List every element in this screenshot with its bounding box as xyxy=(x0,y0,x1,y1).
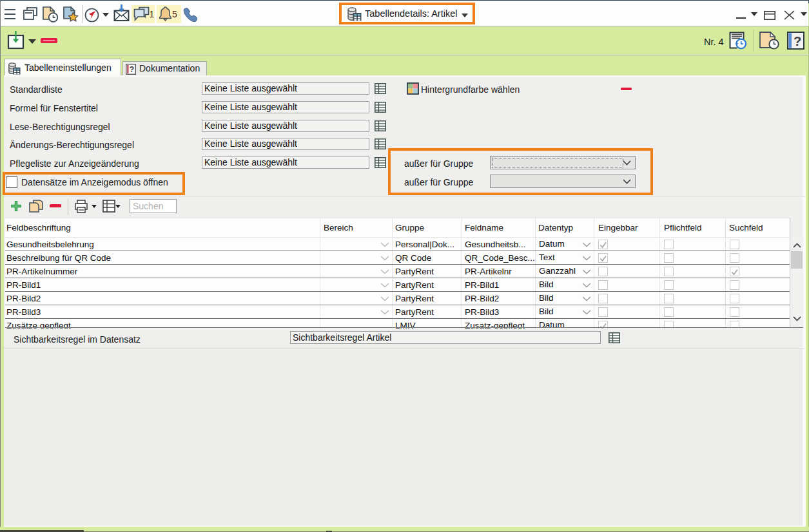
svg-text:?: ? xyxy=(130,65,134,74)
svg-text:?: ? xyxy=(794,34,801,48)
